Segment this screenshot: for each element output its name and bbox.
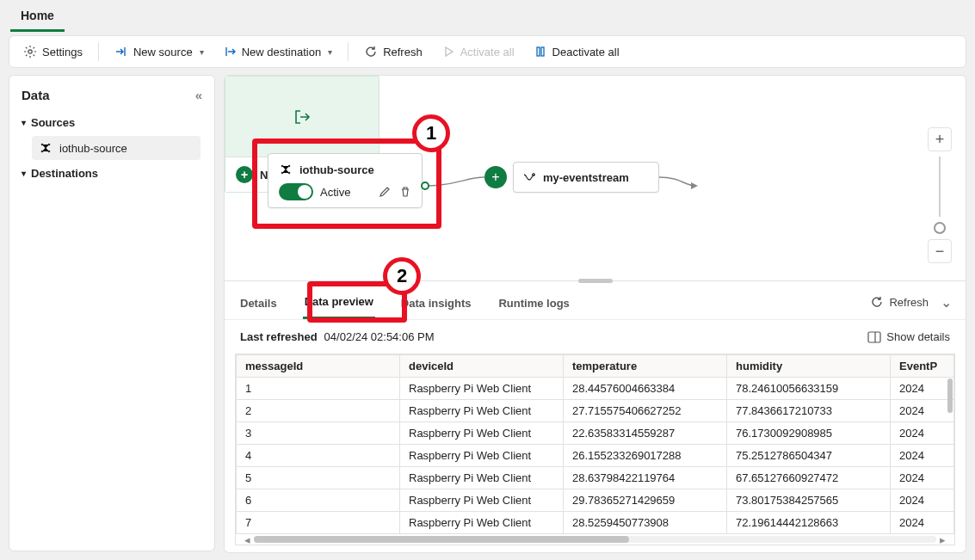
chevron-down-icon: ▾ bbox=[22, 169, 26, 178]
cell-deviceId: Raspberry Pi Web Client bbox=[400, 400, 564, 422]
table-row[interactable]: 4Raspberry Pi Web Client26.1552332690172… bbox=[237, 445, 954, 467]
data-table: messageId deviceId temperature humidity … bbox=[235, 354, 955, 545]
cell-humidity: 76.1730092908985 bbox=[727, 422, 891, 445]
horizontal-scrollbar[interactable]: ◂ ▸ bbox=[236, 534, 954, 545]
svg-rect-1 bbox=[537, 47, 540, 56]
cell-temperature: 27.715575406627252 bbox=[564, 400, 727, 422]
cell-deviceId: Raspberry Pi Web Client bbox=[400, 422, 564, 445]
table-row[interactable]: 5Raspberry Pi Web Client28.6379842211976… bbox=[237, 467, 954, 489]
table-row[interactable]: 7Raspberry Pi Web Client28.5259450773908… bbox=[237, 512, 954, 534]
panel-refresh-button[interactable]: Refresh bbox=[870, 295, 929, 309]
add-node-button[interactable]: + bbox=[484, 166, 507, 188]
arrow-in-icon bbox=[114, 45, 128, 58]
col-device-id[interactable]: deviceId bbox=[400, 355, 564, 378]
cell-temperature: 28.5259450773908 bbox=[564, 512, 727, 534]
svg-rect-14 bbox=[868, 332, 880, 342]
cell-temperature: 29.78365271429659 bbox=[564, 489, 727, 512]
deactivate-all-button[interactable]: Deactivate all bbox=[525, 40, 628, 64]
cell-event: 2024 bbox=[891, 512, 954, 534]
col-event[interactable]: EventP bbox=[891, 355, 954, 378]
bottom-panel: Details Data preview Data insights Runti… bbox=[224, 281, 966, 553]
cell-deviceId: Raspberry Pi Web Client bbox=[400, 489, 564, 512]
sidebar-destinations-section[interactable]: ▾ Destinations bbox=[16, 162, 207, 185]
zoom-in-button[interactable]: + bbox=[928, 127, 952, 151]
sidebar-item-iothub-source[interactable]: iothub-source bbox=[32, 136, 201, 160]
plus-icon: + bbox=[236, 166, 253, 183]
new-source-label: New source bbox=[133, 46, 193, 58]
connector-port[interactable] bbox=[421, 182, 429, 190]
vertical-scrollbar[interactable] bbox=[947, 378, 953, 413]
deactivate-all-label: Deactivate all bbox=[552, 46, 620, 58]
destinations-label: Destinations bbox=[31, 167, 98, 180]
source-node-title: iothub-source bbox=[299, 163, 374, 176]
table-row[interactable]: 3Raspberry Pi Web Client22.6358331455928… bbox=[237, 422, 954, 445]
tab-data-preview[interactable]: Data preview bbox=[303, 290, 375, 319]
table-row[interactable]: 2Raspberry Pi Web Client27.7155754066272… bbox=[237, 400, 954, 422]
new-source-button[interactable]: New source ▾ bbox=[106, 40, 213, 64]
cell-messageId: 4 bbox=[237, 445, 400, 467]
delete-icon[interactable] bbox=[399, 186, 411, 198]
gear-icon bbox=[23, 45, 37, 58]
cell-temperature: 26.155233269017288 bbox=[564, 445, 727, 467]
tab-details[interactable]: Details bbox=[238, 292, 279, 318]
cell-event: 2024 bbox=[891, 489, 954, 512]
panel-chevron-icon[interactable]: ⌄ bbox=[941, 294, 952, 311]
col-message-id[interactable]: messageId bbox=[237, 355, 400, 378]
cell-messageId: 6 bbox=[237, 489, 400, 512]
edit-icon[interactable] bbox=[379, 186, 391, 198]
cell-messageId: 1 bbox=[237, 378, 400, 400]
tab-runtime-logs[interactable]: Runtime logs bbox=[497, 292, 571, 318]
annotation-callout-1: 1 bbox=[412, 114, 450, 152]
sidebar-title: Data bbox=[22, 88, 50, 102]
show-details-button[interactable]: Show details bbox=[867, 330, 950, 343]
zoom-out-button[interactable]: − bbox=[928, 239, 952, 263]
cell-event: 2024 bbox=[891, 378, 954, 400]
sidebar-sources-section[interactable]: ▾ Sources bbox=[16, 111, 207, 134]
refresh-button[interactable]: Refresh bbox=[355, 40, 431, 64]
cell-temperature: 28.44576004663384 bbox=[564, 378, 727, 400]
stream-icon bbox=[522, 170, 536, 184]
col-humidity[interactable]: humidity bbox=[727, 355, 891, 378]
node-source[interactable]: iothub-source Active bbox=[268, 153, 423, 208]
node-eventstream[interactable]: my-eventstream bbox=[513, 162, 659, 193]
activate-all-button[interactable]: Activate all bbox=[433, 40, 523, 64]
new-destination-label: New destination bbox=[242, 46, 322, 58]
collapse-icon[interactable]: « bbox=[195, 88, 202, 102]
cell-temperature: 28.63798422119764 bbox=[564, 467, 727, 489]
table-row[interactable]: 1Raspberry Pi Web Client28.4457600466338… bbox=[237, 378, 954, 400]
zoom-handle[interactable] bbox=[934, 222, 946, 234]
cell-humidity: 73.80175384257565 bbox=[727, 489, 891, 512]
iothub-icon bbox=[39, 141, 52, 155]
table-row[interactable]: 6Raspberry Pi Web Client29.7836527142965… bbox=[237, 489, 954, 512]
settings-label: Settings bbox=[42, 46, 83, 58]
tab-home[interactable]: Home bbox=[10, 3, 65, 32]
stream-node-label: my-eventstream bbox=[543, 171, 629, 184]
settings-button[interactable]: Settings bbox=[15, 40, 91, 64]
cell-messageId: 5 bbox=[237, 467, 400, 489]
source-status: Active bbox=[320, 186, 350, 199]
sidebar: Data « ▾ Sources iothub-source ▾ Destina… bbox=[9, 75, 215, 551]
cell-event: 2024 bbox=[891, 445, 954, 467]
cell-event: 2024 bbox=[891, 467, 954, 489]
canvas[interactable]: iothub-source Active bbox=[224, 75, 966, 281]
iothub-icon bbox=[279, 163, 293, 176]
play-icon bbox=[441, 45, 455, 58]
cell-humidity: 72.19614442128663 bbox=[727, 512, 891, 534]
zoom-control: + − bbox=[928, 127, 952, 263]
separator bbox=[348, 42, 349, 61]
exit-icon bbox=[293, 108, 312, 126]
chevron-down-icon: ▾ bbox=[22, 118, 26, 127]
pause-icon bbox=[534, 45, 547, 58]
cell-messageId: 2 bbox=[237, 400, 400, 422]
activate-all-label: Activate all bbox=[460, 46, 515, 58]
sources-label: Sources bbox=[31, 116, 75, 129]
cell-messageId: 3 bbox=[237, 422, 400, 445]
zoom-track[interactable] bbox=[939, 157, 941, 217]
col-temperature[interactable]: temperature bbox=[564, 355, 727, 378]
tab-data-insights[interactable]: Data insights bbox=[399, 292, 473, 318]
active-toggle[interactable] bbox=[279, 183, 313, 200]
new-destination-button[interactable]: New destination ▾ bbox=[214, 40, 342, 64]
cell-humidity: 78.24610056633159 bbox=[727, 378, 891, 400]
source-item-label: iothub-source bbox=[59, 142, 127, 155]
cell-event: 2024 bbox=[891, 400, 954, 422]
